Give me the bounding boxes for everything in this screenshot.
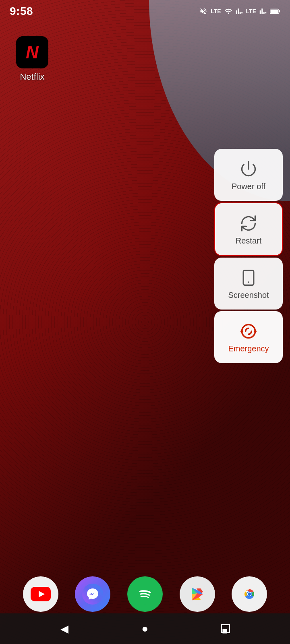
dock-youtube[interactable] [23,576,58,612]
signal-icon [236,7,243,15]
svg-point-5 [242,325,255,338]
recents-icon: ■ [221,624,230,633]
netflix-letter: N [26,42,39,62]
netflix-icon[interactable]: N [16,36,48,68]
status-time: 9:58 [10,5,33,18]
dock [0,576,290,612]
home-button[interactable]: ● [133,617,157,641]
power-off-label: Power off [232,182,265,191]
status-icons: LTE LTE [199,7,280,15]
dock-spotify[interactable] [127,576,163,612]
signal2-icon [259,7,267,15]
netflix-label: Netflix [20,72,44,82]
emergency-button[interactable]: Emergency [214,311,283,363]
svg-point-19 [248,592,251,596]
status-bar: 9:58 LTE LTE [0,0,290,23]
dock-messenger[interactable] [75,576,110,612]
restart-button[interactable]: Restart [214,202,283,256]
back-button[interactable]: ◀ [52,617,77,641]
dock-chrome[interactable] [232,576,267,612]
battery-icon [270,8,280,15]
spotify-icon [135,584,155,605]
playstore-triangle [189,586,205,602]
screenshot-label: Screenshot [228,291,269,300]
netflix-app[interactable]: N Netflix [16,36,48,82]
svg-rect-1 [279,10,280,12]
restart-icon [240,215,257,232]
home-icon: ● [142,622,149,635]
lte2-icon: LTE [246,8,256,14]
mute-icon [199,7,207,15]
wifi-icon [224,7,232,15]
messenger-icon [82,584,103,605]
emergency-label: Emergency [228,344,269,353]
svg-rect-2 [270,10,278,13]
lte-icon: LTE [211,8,221,14]
power-menu: Power off Restart Screenshot Emergency [214,149,283,363]
recents-button[interactable]: ■ [213,617,238,641]
chrome-icon [239,584,260,605]
svg-rect-3 [243,270,254,285]
emergency-icon [240,322,257,340]
nav-bar: ◀ ● ■ [0,613,290,644]
dock-playstore[interactable] [180,576,215,612]
screenshot-button[interactable]: Screenshot [214,258,283,310]
power-off-button[interactable]: Power off [214,149,283,201]
restart-label: Restart [236,236,261,246]
screenshot-icon [240,269,257,287]
back-icon: ◀ [60,623,68,635]
power-icon [240,160,257,178]
youtube-icon [31,587,51,601]
